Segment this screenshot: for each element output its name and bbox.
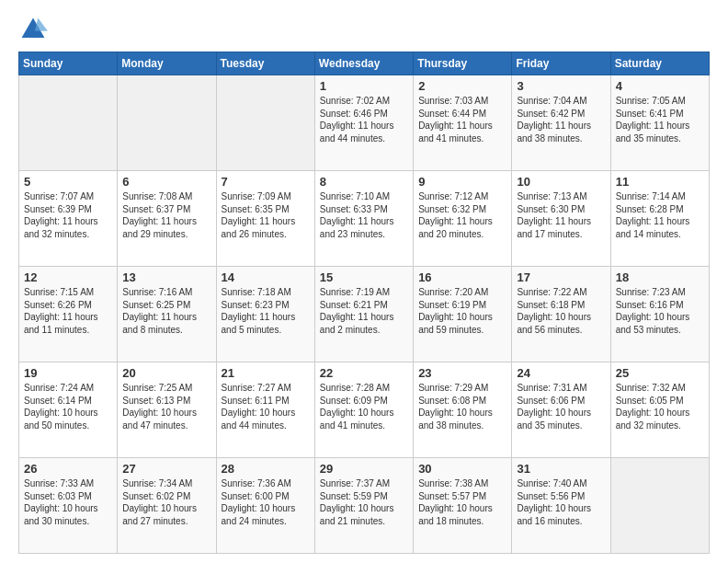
day-info: Sunrise: 7:09 AM Sunset: 6:35 PM Dayligh… bbox=[222, 190, 310, 240]
day-header-tuesday: Tuesday bbox=[216, 52, 314, 75]
week-row-4: 19Sunrise: 7:24 AM Sunset: 6:14 PM Dayli… bbox=[19, 362, 710, 458]
day-info: Sunrise: 7:20 AM Sunset: 6:19 PM Dayligh… bbox=[418, 286, 506, 336]
day-info: Sunrise: 7:04 AM Sunset: 6:42 PM Dayligh… bbox=[517, 95, 605, 144]
day-number: 22 bbox=[320, 366, 408, 380]
day-number: 4 bbox=[616, 79, 704, 93]
day-number: 25 bbox=[616, 366, 704, 380]
calendar-cell: 20Sunrise: 7:25 AM Sunset: 6:13 PM Dayli… bbox=[118, 362, 216, 458]
day-header-wednesday: Wednesday bbox=[314, 52, 413, 75]
day-info: Sunrise: 7:16 AM Sunset: 6:25 PM Dayligh… bbox=[122, 286, 210, 336]
day-number: 1 bbox=[320, 79, 408, 93]
page: SundayMondayTuesdayWednesdayThursdayFrid… bbox=[0, 0, 728, 563]
day-info: Sunrise: 7:40 AM Sunset: 5:56 PM Dayligh… bbox=[517, 477, 605, 527]
day-number: 31 bbox=[517, 462, 605, 476]
calendar-cell: 2Sunrise: 7:03 AM Sunset: 6:44 PM Daylig… bbox=[414, 75, 512, 171]
calendar-body: 1Sunrise: 7:02 AM Sunset: 6:46 PM Daylig… bbox=[19, 75, 710, 554]
calendar-cell: 24Sunrise: 7:31 AM Sunset: 6:06 PM Dayli… bbox=[512, 362, 610, 458]
calendar-cell: 19Sunrise: 7:24 AM Sunset: 6:14 PM Dayli… bbox=[19, 362, 118, 458]
day-number: 3 bbox=[517, 79, 605, 93]
day-number: 29 bbox=[320, 462, 408, 476]
day-header-thursday: Thursday bbox=[414, 52, 512, 75]
calendar-cell: 14Sunrise: 7:18 AM Sunset: 6:23 PM Dayli… bbox=[216, 267, 314, 362]
day-info: Sunrise: 7:07 AM Sunset: 6:39 PM Dayligh… bbox=[24, 190, 112, 240]
day-number: 18 bbox=[616, 270, 704, 284]
calendar-cell: 31Sunrise: 7:40 AM Sunset: 5:56 PM Dayli… bbox=[512, 458, 610, 554]
calendar-cell bbox=[216, 75, 314, 171]
day-info: Sunrise: 7:02 AM Sunset: 6:46 PM Dayligh… bbox=[320, 95, 408, 144]
day-header-friday: Friday bbox=[512, 52, 610, 75]
day-header-saturday: Saturday bbox=[610, 52, 709, 75]
calendar-cell: 1Sunrise: 7:02 AM Sunset: 6:46 PM Daylig… bbox=[314, 75, 413, 171]
calendar-cell: 6Sunrise: 7:08 AM Sunset: 6:37 PM Daylig… bbox=[118, 171, 216, 267]
day-number: 16 bbox=[418, 270, 506, 284]
day-number: 11 bbox=[616, 175, 704, 189]
week-row-5: 26Sunrise: 7:33 AM Sunset: 6:03 PM Dayli… bbox=[19, 458, 710, 554]
calendar-cell bbox=[19, 75, 118, 171]
day-number: 8 bbox=[320, 175, 408, 189]
day-info: Sunrise: 7:22 AM Sunset: 6:18 PM Dayligh… bbox=[517, 286, 605, 336]
calendar-cell: 4Sunrise: 7:05 AM Sunset: 6:41 PM Daylig… bbox=[610, 75, 709, 171]
day-info: Sunrise: 7:28 AM Sunset: 6:09 PM Dayligh… bbox=[320, 382, 408, 431]
day-info: Sunrise: 7:38 AM Sunset: 5:57 PM Dayligh… bbox=[418, 477, 506, 527]
calendar-cell: 25Sunrise: 7:32 AM Sunset: 6:05 PM Dayli… bbox=[610, 362, 709, 458]
day-info: Sunrise: 7:37 AM Sunset: 5:59 PM Dayligh… bbox=[320, 477, 408, 527]
calendar-cell bbox=[118, 75, 216, 171]
day-number: 30 bbox=[418, 462, 506, 476]
calendar-cell: 10Sunrise: 7:13 AM Sunset: 6:30 PM Dayli… bbox=[512, 171, 610, 267]
day-info: Sunrise: 7:13 AM Sunset: 6:30 PM Dayligh… bbox=[517, 190, 605, 240]
day-info: Sunrise: 7:33 AM Sunset: 6:03 PM Dayligh… bbox=[24, 477, 112, 527]
logo-icon bbox=[18, 15, 48, 44]
day-number: 7 bbox=[222, 175, 310, 189]
day-number: 26 bbox=[24, 462, 112, 476]
logo bbox=[18, 15, 53, 44]
week-row-3: 12Sunrise: 7:15 AM Sunset: 6:26 PM Dayli… bbox=[19, 267, 710, 362]
day-number: 21 bbox=[222, 366, 310, 380]
calendar-cell: 30Sunrise: 7:38 AM Sunset: 5:57 PM Dayli… bbox=[414, 458, 512, 554]
calendar-cell: 21Sunrise: 7:27 AM Sunset: 6:11 PM Dayli… bbox=[216, 362, 314, 458]
calendar-cell: 3Sunrise: 7:04 AM Sunset: 6:42 PM Daylig… bbox=[512, 75, 610, 171]
week-row-2: 5Sunrise: 7:07 AM Sunset: 6:39 PM Daylig… bbox=[19, 171, 710, 267]
week-row-1: 1Sunrise: 7:02 AM Sunset: 6:46 PM Daylig… bbox=[19, 75, 710, 171]
calendar-header: SundayMondayTuesdayWednesdayThursdayFrid… bbox=[19, 52, 710, 75]
day-info: Sunrise: 7:19 AM Sunset: 6:21 PM Dayligh… bbox=[320, 286, 408, 336]
calendar-cell: 26Sunrise: 7:33 AM Sunset: 6:03 PM Dayli… bbox=[19, 458, 118, 554]
day-info: Sunrise: 7:05 AM Sunset: 6:41 PM Dayligh… bbox=[616, 95, 704, 144]
day-info: Sunrise: 7:25 AM Sunset: 6:13 PM Dayligh… bbox=[122, 382, 210, 431]
calendar-cell: 5Sunrise: 7:07 AM Sunset: 6:39 PM Daylig… bbox=[19, 171, 118, 267]
day-info: Sunrise: 7:10 AM Sunset: 6:33 PM Dayligh… bbox=[320, 190, 408, 240]
day-info: Sunrise: 7:18 AM Sunset: 6:23 PM Dayligh… bbox=[222, 286, 310, 336]
header bbox=[18, 15, 710, 44]
day-number: 15 bbox=[320, 270, 408, 284]
day-info: Sunrise: 7:15 AM Sunset: 6:26 PM Dayligh… bbox=[24, 286, 112, 336]
day-number: 5 bbox=[24, 175, 112, 189]
day-number: 9 bbox=[418, 175, 506, 189]
day-info: Sunrise: 7:23 AM Sunset: 6:16 PM Dayligh… bbox=[616, 286, 704, 336]
day-number: 6 bbox=[122, 175, 210, 189]
calendar-cell: 23Sunrise: 7:29 AM Sunset: 6:08 PM Dayli… bbox=[414, 362, 512, 458]
calendar-cell: 29Sunrise: 7:37 AM Sunset: 5:59 PM Dayli… bbox=[314, 458, 413, 554]
calendar-table: SundayMondayTuesdayWednesdayThursdayFrid… bbox=[18, 52, 710, 554]
day-info: Sunrise: 7:31 AM Sunset: 6:06 PM Dayligh… bbox=[517, 382, 605, 431]
calendar-cell: 27Sunrise: 7:34 AM Sunset: 6:02 PM Dayli… bbox=[118, 458, 216, 554]
day-number: 28 bbox=[222, 462, 310, 476]
header-row: SundayMondayTuesdayWednesdayThursdayFrid… bbox=[19, 52, 710, 75]
day-info: Sunrise: 7:14 AM Sunset: 6:28 PM Dayligh… bbox=[616, 190, 704, 240]
svg-marker-1 bbox=[35, 18, 48, 31]
day-info: Sunrise: 7:24 AM Sunset: 6:14 PM Dayligh… bbox=[24, 382, 112, 431]
calendar-cell: 16Sunrise: 7:20 AM Sunset: 6:19 PM Dayli… bbox=[414, 267, 512, 362]
calendar-cell: 12Sunrise: 7:15 AM Sunset: 6:26 PM Dayli… bbox=[19, 267, 118, 362]
calendar-cell: 13Sunrise: 7:16 AM Sunset: 6:25 PM Dayli… bbox=[118, 267, 216, 362]
calendar-cell: 22Sunrise: 7:28 AM Sunset: 6:09 PM Dayli… bbox=[314, 362, 413, 458]
day-info: Sunrise: 7:29 AM Sunset: 6:08 PM Dayligh… bbox=[418, 382, 506, 431]
calendar-cell: 18Sunrise: 7:23 AM Sunset: 6:16 PM Dayli… bbox=[610, 267, 709, 362]
day-number: 23 bbox=[418, 366, 506, 380]
calendar-cell: 11Sunrise: 7:14 AM Sunset: 6:28 PM Dayli… bbox=[610, 171, 709, 267]
day-info: Sunrise: 7:08 AM Sunset: 6:37 PM Dayligh… bbox=[122, 190, 210, 240]
day-number: 27 bbox=[122, 462, 210, 476]
day-info: Sunrise: 7:36 AM Sunset: 6:00 PM Dayligh… bbox=[222, 477, 310, 527]
day-number: 13 bbox=[122, 270, 210, 284]
calendar-cell: 28Sunrise: 7:36 AM Sunset: 6:00 PM Dayli… bbox=[216, 458, 314, 554]
calendar-cell: 15Sunrise: 7:19 AM Sunset: 6:21 PM Dayli… bbox=[314, 267, 413, 362]
calendar-cell: 9Sunrise: 7:12 AM Sunset: 6:32 PM Daylig… bbox=[414, 171, 512, 267]
day-number: 24 bbox=[517, 366, 605, 380]
